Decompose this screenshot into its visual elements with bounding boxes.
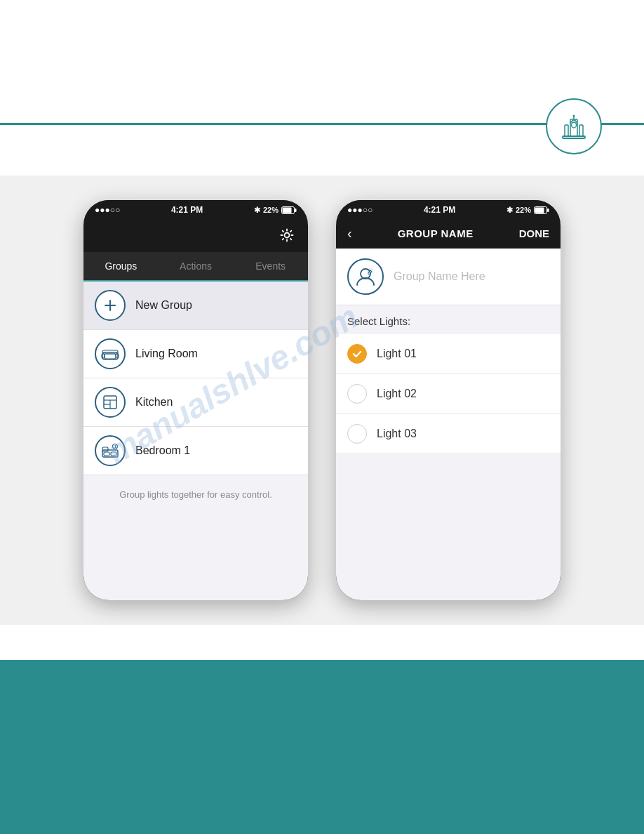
- tab-groups-label: Groups: [105, 260, 137, 272]
- bedroom-icon-circle: 1: [95, 435, 126, 466]
- logo-circle: [546, 98, 602, 154]
- phone2-status-right: ✱ 22%: [507, 206, 549, 215]
- edit-icon: [355, 267, 376, 286]
- group-name-section: Group Name Here: [336, 249, 561, 305]
- new-group-item[interactable]: New Group: [83, 282, 308, 330]
- svg-rect-2: [579, 125, 583, 136]
- phone1-status-right: ✱ 22%: [254, 206, 297, 215]
- settings-button[interactable]: [277, 225, 297, 245]
- phones-section: ●●●○○ 4:21 PM ✱ 22%: [0, 176, 644, 625]
- phone2-bluetooth: ✱: [507, 206, 513, 215]
- nav-title: GROUP NAME: [398, 227, 474, 239]
- phone1-content: Groups Actions Events: [83, 220, 308, 600]
- bedroom-label: Bedroom 1: [135, 444, 190, 457]
- phone2-time: 4:21 PM: [424, 205, 455, 215]
- phone2-signal-dots: ●●●○○: [347, 205, 373, 215]
- svg-rect-9: [295, 208, 297, 212]
- tip-text: Group lights together for easy control.: [83, 475, 308, 514]
- phone1-nav: [83, 220, 308, 252]
- svg-rect-25: [102, 447, 108, 451]
- svg-point-4: [572, 122, 577, 128]
- tab-bar: Groups Actions Events: [83, 252, 308, 282]
- gear-icon: [279, 227, 295, 243]
- tab-events-label: Events: [255, 260, 286, 272]
- svg-rect-1: [565, 125, 568, 136]
- svg-point-6: [573, 115, 575, 117]
- svg-text:1: 1: [114, 444, 116, 449]
- phone1-signal-dots: ●●●○○: [95, 205, 120, 215]
- tab-actions[interactable]: Actions: [159, 252, 234, 280]
- kitchen-icon-circle: [95, 387, 126, 418]
- select-lights-label: Select Lights:: [336, 305, 561, 334]
- svg-rect-14: [105, 354, 116, 359]
- living-room-item[interactable]: Living Room: [83, 330, 308, 378]
- svg-rect-29: [535, 207, 544, 213]
- svg-rect-23: [104, 452, 109, 456]
- bedroom-icon: 1: [101, 443, 119, 458]
- svg-rect-8: [282, 207, 291, 213]
- tab-actions-label: Actions: [180, 260, 212, 272]
- phone2-status-left: ●●●○○: [347, 205, 373, 215]
- plus-icon: [102, 298, 118, 313]
- phone1-bluetooth: ✱: [254, 206, 260, 215]
- tab-events[interactable]: Events: [233, 252, 308, 280]
- light-03-radio[interactable]: [347, 424, 367, 444]
- group-name-icon-circle: [347, 258, 384, 295]
- battery-icon: [281, 206, 297, 214]
- tab-groups[interactable]: Groups: [83, 252, 159, 282]
- light-02-item[interactable]: Light 02: [336, 374, 561, 414]
- kitchen-label: Kitchen: [135, 396, 173, 409]
- phone2: ●●●○○ 4:21 PM ✱ 22% ‹ GROUP NAME DONE: [336, 200, 561, 600]
- phone2-content: ‹ GROUP NAME DONE Group Name Here Select: [336, 220, 561, 600]
- light-01-item[interactable]: Light 01: [336, 334, 561, 374]
- light-01-label: Light 01: [377, 348, 417, 360]
- phone2-nav: ‹ GROUP NAME DONE: [336, 220, 561, 249]
- new-group-icon-circle: [95, 290, 126, 321]
- phone1: ●●●○○ 4:21 PM ✱ 22%: [83, 200, 308, 600]
- bedroom-item[interactable]: 1 Bedroom 1: [83, 427, 308, 475]
- bell-tower-icon: [557, 110, 591, 143]
- new-group-label: New Group: [135, 299, 192, 312]
- light-03-label: Light 03: [377, 428, 417, 440]
- svg-rect-30: [547, 208, 549, 212]
- phone1-time: 4:21 PM: [171, 205, 203, 215]
- phone1-battery: 22%: [263, 206, 279, 214]
- back-button[interactable]: ‹: [347, 225, 352, 241]
- phone2-status-bar: ●●●○○ 4:21 PM ✱ 22%: [336, 200, 561, 220]
- battery-icon-2: [534, 206, 549, 214]
- phone1-status-left: ●●●○○: [95, 205, 120, 215]
- group-name-placeholder[interactable]: Group Name Here: [394, 270, 485, 283]
- light-02-radio[interactable]: [347, 384, 367, 404]
- groups-list: New Group Living Room: [83, 282, 308, 475]
- kitchen-icon: [102, 395, 118, 410]
- light-02-label: Light 02: [377, 388, 417, 400]
- svg-rect-24: [111, 452, 116, 456]
- light-01-radio[interactable]: [347, 344, 367, 364]
- living-room-icon-circle: [95, 338, 126, 369]
- sofa-icon: [101, 347, 119, 361]
- living-room-label: Living Room: [135, 348, 198, 360]
- svg-point-10: [285, 233, 290, 238]
- done-button[interactable]: DONE: [519, 227, 549, 239]
- top-section: [0, 0, 644, 161]
- kitchen-item[interactable]: Kitchen: [83, 378, 308, 427]
- bottom-section: [0, 660, 644, 834]
- light-03-item[interactable]: Light 03: [336, 414, 561, 454]
- phone1-status-bar: ●●●○○ 4:21 PM ✱ 22%: [83, 200, 308, 220]
- phone2-battery: 22%: [516, 206, 531, 214]
- check-icon: [351, 348, 363, 359]
